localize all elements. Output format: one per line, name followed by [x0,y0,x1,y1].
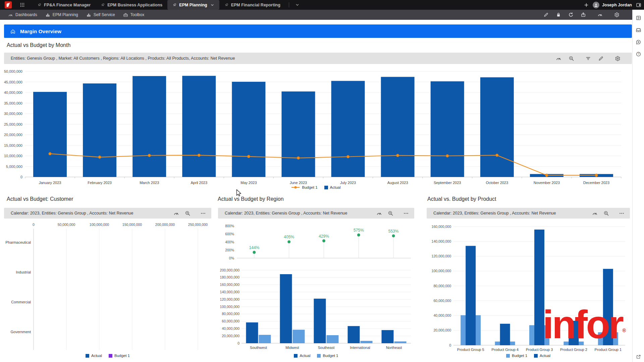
gauge-icon [173,210,179,216]
infor-logo-icon[interactable] [5,1,12,8]
chart-control-zoom-in-icon[interactable] [569,56,578,61]
tab-label: FP&A Finance Manager [44,3,91,7]
section-title-monthly: Actual vs Budget by Month [7,42,70,48]
monthly-chart: 05,000,00010,000,00015,000,00020,000,000… [0,64,632,192]
legend-square-marker [534,354,538,358]
app-tabs: FP&A Finance ManagerEPM Business Applica… [32,0,285,10]
svg-text:Midwest: Midwest [285,346,299,350]
legend-item-actual: Actual [86,354,102,358]
legend-square-marker [294,354,298,358]
chart-control-gauge-icon[interactable] [376,210,382,216]
svg-text:50,000,000: 50,000,000 [4,69,22,73]
chart-control-zoom-in-icon[interactable] [388,210,397,216]
svg-text:800%: 800% [225,224,234,228]
tab-epm-business-applications[interactable]: EPM Business Applications [96,0,167,10]
more-icon [403,210,409,216]
pin-icon [224,3,229,7]
svg-text:144%: 144% [249,245,260,250]
home-icon[interactable] [10,28,16,34]
region-percent-chart: 0%200%400%600%800%144%405%429%575%553% [218,221,414,266]
toolbar-item-self-service[interactable]: Self Service [86,12,115,17]
svg-text:?: ? [638,52,639,56]
svg-text:600%: 600% [225,232,234,236]
panel-toggle-icon[interactable] [636,2,641,8]
zoom-in-icon [569,56,574,61]
svg-text:200,000,000: 200,000,000 [155,223,175,227]
toolbar-item-toolbox[interactable]: Toolbox [123,12,144,17]
tab-divider [289,2,289,7]
help-icon: ? [636,51,641,57]
svg-text:160,000,000: 160,000,000 [432,225,451,229]
region-bars-chart: 020,000,00040,000,00060,000,00080,000,00… [218,265,414,353]
tab-fp-a-finance-manager[interactable]: FP&A Finance Manager [32,0,96,10]
svg-text:40,000,000: 40,000,000 [4,90,22,95]
pin-icon [101,3,105,7]
legend-label: Budget 1 [323,354,338,358]
add-tab-icon[interactable] [584,3,589,7]
chart-control-gauge-icon[interactable] [556,56,561,61]
chart-control-gear-icon[interactable] [615,56,625,61]
chevron-down-icon [210,3,214,7]
caret-down-icon [610,212,613,215]
legend-square-marker [324,186,328,189]
chart-control-zoom-in-icon[interactable] [603,210,613,216]
user-menu[interactable]: Joseph Jordan [593,2,632,8]
svg-text:0: 0 [237,341,239,345]
filter-text: Calendar: 2023, Entities: Genesis Group … [427,211,556,216]
svg-text:Southeast: Southeast [318,346,335,350]
svg-text:200,000,000: 200,000,000 [220,268,240,272]
toolbar-action-pencil-icon[interactable] [543,12,549,17]
toolbar-item-epm-planning[interactable]: EPM Planning [45,12,78,17]
svg-text:120,000,000: 120,000,000 [432,254,451,258]
chart-control-gauge-icon[interactable] [173,210,179,216]
layout-icon[interactable] [636,15,641,22]
chart-control-more-icon[interactable] [403,210,409,216]
chart-control-filter-icon[interactable] [585,56,591,61]
filterbar-region: Calendar: 2023, Entities: Genesis Group … [218,208,414,219]
zoom-in-icon [388,210,393,216]
svg-text:Industrial: Industrial [16,270,31,274]
svg-text:Product Group 3: Product Group 3 [526,348,553,352]
svg-text:10,000,000: 10,000,000 [4,154,22,158]
chart-control-zoom-in-icon[interactable] [185,210,195,216]
pencil-icon [598,56,604,61]
legend-item-budget-1: Budget 1 [317,354,338,358]
external-link-icon[interactable] [636,354,641,359]
toolbar-action-refresh-icon[interactable] [568,12,574,17]
toolbar-item-dashboards[interactable]: Dashboards [8,12,37,17]
tab-overflow-chevron-icon[interactable] [295,3,300,7]
legend-item-actual: Actual [534,354,550,358]
section-title-product: Actual vs. Budget by Product [427,196,496,202]
toolbar-action-share-icon[interactable] [581,12,590,17]
topbar-right: Joseph Jordan [584,2,644,8]
app-grid-icon[interactable] [20,2,25,7]
tab-epm-planning[interactable]: EPM Planning [167,0,219,10]
toolbar-action-gauge-icon[interactable] [597,12,607,17]
inbox-icon[interactable] [636,27,641,34]
toolbar-item-label: EPM Planning [53,12,78,17]
legend-label: Budget 1 [114,354,130,358]
chart-control-pencil-icon[interactable] [598,56,608,61]
toolbar-actions [543,12,633,17]
user-icon [594,3,598,7]
caret-down-icon [621,57,625,60]
chart-control-more-icon[interactable] [619,210,625,216]
svg-text:200%: 200% [225,248,234,252]
help-icon[interactable]: ? [636,51,641,58]
chart-control-more-icon[interactable] [200,210,206,216]
filter-text: Calendar: 2023, Entities: Genesis Group … [4,211,133,216]
svg-text:5,000,000: 5,000,000 [6,165,22,169]
app-grid-icon [20,2,25,7]
tab-epm-financial-reporting[interactable]: EPM Financial Reporting [219,0,285,10]
legend-label: Actual [300,354,310,358]
svg-text:25,000,000: 25,000,000 [4,122,22,126]
svg-text:Product Group 5: Product Group 5 [457,348,484,352]
chart-control-gauge-icon[interactable] [592,210,598,216]
topbar: FP&A Finance ManagerEPM Business Applica… [0,0,644,10]
avatar [593,2,599,8]
chat-icon[interactable] [636,39,641,46]
toolbar-action-gear-icon[interactable] [614,12,624,17]
dashboard-toolbar: DashboardsEPM PlanningSelf ServiceToolbo… [0,10,633,20]
toolbar-item-label: Dashboards [15,12,37,17]
toolbar-action-lock-icon[interactable] [556,12,561,17]
